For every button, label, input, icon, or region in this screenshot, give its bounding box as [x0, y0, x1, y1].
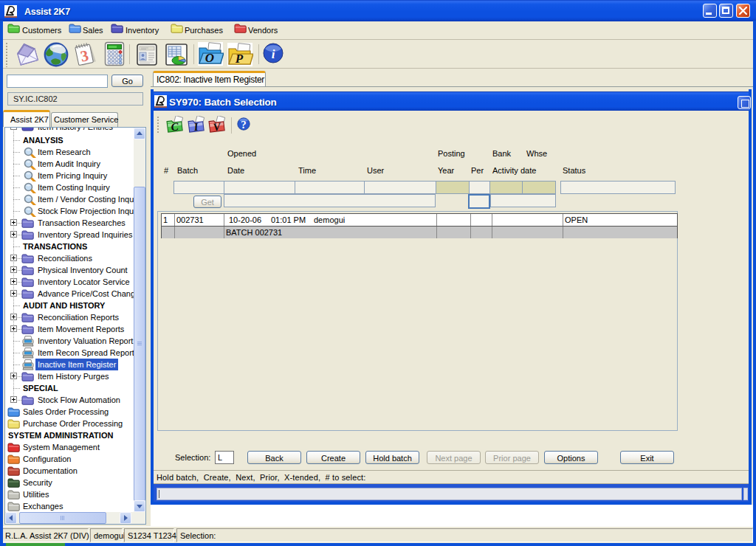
svg-text:?: ? — [241, 119, 247, 131]
svg-text:i: i — [272, 47, 275, 61]
svg-text:P: P — [235, 52, 244, 66]
svg-text:O: O — [205, 51, 214, 65]
